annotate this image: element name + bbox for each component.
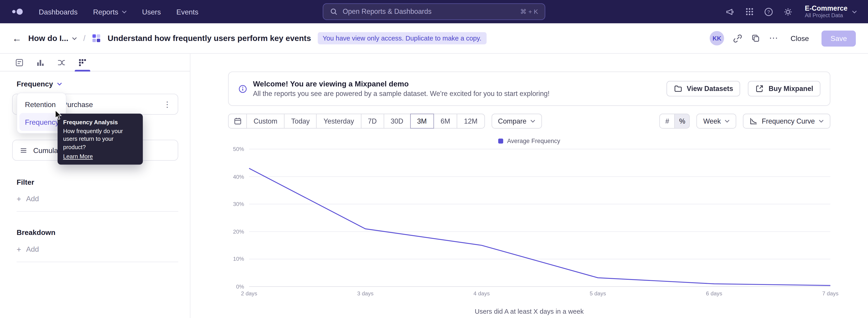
report-board-icon <box>92 34 101 42</box>
chevron-down-icon <box>725 119 730 123</box>
breadcrumb[interactable]: How do I... <box>28 34 76 42</box>
mixpanel-logo-icon[interactable] <box>11 8 24 16</box>
date-range-12m[interactable]: 12M <box>457 114 485 128</box>
view-datasets-button[interactable]: View Datasets <box>666 81 741 97</box>
nav-reports[interactable]: Reports <box>93 7 127 16</box>
top-nav: Dashboards Reports Users Events Open Rep… <box>0 0 868 23</box>
event-name: Purchase <box>63 100 93 108</box>
body: Frequency Purchase ⋮ Cumulative Frequenc… <box>0 54 868 318</box>
compare-button[interactable]: Compare <box>491 114 542 128</box>
nav-events[interactable]: Events <box>176 7 198 16</box>
measure-selector[interactable]: Frequency <box>17 80 190 88</box>
tab-retention[interactable] <box>72 54 93 71</box>
measure-option-retention[interactable]: Retention <box>20 95 64 113</box>
x-axis-label: 2 days <box>241 290 257 296</box>
chart-type-dropdown[interactable]: Frequency Curve <box>743 114 831 128</box>
nav-users[interactable]: Users <box>142 7 161 16</box>
chevron-down-icon <box>819 119 824 123</box>
measure-option-frequency[interactable]: Frequency <box>20 113 64 131</box>
chevron-down-icon <box>72 36 76 41</box>
report-title: Understand how frequently users perform … <box>107 34 311 42</box>
help-icon[interactable]: ? <box>764 6 774 17</box>
date-range-picker: CustomTodayYesterday7D30D3M6M12M <box>228 114 485 128</box>
announcements-icon[interactable] <box>725 6 735 17</box>
date-range-today[interactable]: Today <box>284 114 317 128</box>
breakdown-section: Breakdown + Add <box>17 228 178 262</box>
y-axis-label: 30% <box>233 201 244 207</box>
date-range-6m[interactable]: 6M <box>433 114 457 128</box>
flows-icon <box>57 58 66 67</box>
x-axis-label: 5 days <box>590 290 606 296</box>
date-range-yesterday[interactable]: Yesterday <box>316 114 361 128</box>
y-axis-label: 0% <box>236 284 244 290</box>
external-link-icon <box>755 84 764 93</box>
query-sidebar: Frequency Purchase ⋮ Cumulative Frequenc… <box>0 54 190 318</box>
chart-type-label: Frequency Curve <box>762 117 815 125</box>
nav-label: Events <box>176 7 198 16</box>
y-axis-label: 40% <box>233 174 244 180</box>
mixpanel-app: Dashboards Reports Users Events Open Rep… <box>0 0 868 318</box>
learn-more-link[interactable]: Learn More <box>63 152 93 160</box>
back-button[interactable]: ← <box>12 33 22 43</box>
chart-caption: Users did A at least X days in a week <box>228 308 830 315</box>
duplicate-icon[interactable] <box>751 33 761 43</box>
buy-mixpanel-button[interactable]: Buy Mixpanel <box>748 81 820 97</box>
view-only-badge[interactable]: You have view only access. Duplicate to … <box>318 32 487 45</box>
close-button[interactable]: Close <box>786 31 813 46</box>
banner-body: All the reports you see are powered by a… <box>253 90 550 97</box>
nav-label: Dashboards <box>39 7 78 16</box>
insights-icon <box>15 58 24 67</box>
frequency-chart[interactable]: 0%10%20%30%40%50% <box>228 149 830 287</box>
add-breakdown-button[interactable]: + Add <box>17 245 178 262</box>
chevron-down-icon <box>530 119 535 123</box>
nav-dashboards[interactable]: Dashboards <box>39 7 78 16</box>
y-axis-label: 10% <box>233 256 244 262</box>
date-range-custom[interactable]: Custom <box>246 114 285 128</box>
percentage-values-toggle[interactable]: % <box>675 114 690 128</box>
y-axis: 0%10%20%30%40%50% <box>228 149 249 287</box>
project-selector[interactable]: E-Commerce All Project Data <box>805 4 857 19</box>
x-axis-label: 7 days <box>822 290 838 296</box>
absolute-values-toggle[interactable]: # <box>659 114 675 128</box>
y-axis-label: 50% <box>233 146 244 152</box>
tab-insights[interactable] <box>9 54 30 71</box>
global-search-input[interactable]: Open Reports & Dashboards ⌘ + K <box>323 3 545 20</box>
legend-label: Average Frequency <box>507 137 560 144</box>
screen: Dashboards Reports Users Events Open Rep… <box>0 0 868 318</box>
report-type-tabs <box>0 54 190 71</box>
avatar[interactable]: KK <box>710 31 724 46</box>
calendar-button[interactable] <box>228 114 247 128</box>
tab-flows[interactable] <box>51 54 72 71</box>
settings-gear-icon[interactable] <box>783 6 793 17</box>
date-range-7d[interactable]: 7D <box>361 114 384 128</box>
plus-icon: + <box>17 245 21 253</box>
event-options-button[interactable]: ⋮ <box>163 100 171 108</box>
chart-toolbar: CustomTodayYesterday7D30D3M6M12M Compare… <box>228 114 830 128</box>
calendar-icon <box>233 117 242 125</box>
date-range-3m[interactable]: 3M <box>410 114 434 128</box>
apps-grid-icon[interactable] <box>745 6 754 17</box>
share-link-icon[interactable] <box>733 33 742 43</box>
funnels-icon <box>36 58 45 67</box>
save-button[interactable]: Save <box>822 30 856 46</box>
nav-label: Users <box>142 7 161 16</box>
button-label: Buy Mixpanel <box>769 85 813 93</box>
more-options-button[interactable]: ⋯ <box>769 34 778 42</box>
project-scope: All Project Data <box>805 12 848 19</box>
plus-icon: + <box>17 195 21 203</box>
svg-text:?: ? <box>768 9 770 14</box>
add-filter-button[interactable]: + Add <box>17 195 178 212</box>
interval-dropdown[interactable]: Week <box>697 114 737 128</box>
report-main: Welcome! You are viewing a Mixpanel demo… <box>190 54 868 318</box>
breadcrumb-label: How do I... <box>28 34 68 42</box>
date-range-30d[interactable]: 30D <box>383 114 410 128</box>
x-axis-label: 3 days <box>357 290 373 296</box>
plot-area <box>249 149 830 287</box>
x-axis: 2 days3 days4 days5 days6 days7 days <box>249 290 830 298</box>
tab-funnels[interactable] <box>30 54 51 71</box>
chevron-down-icon <box>852 9 857 14</box>
menu-lines-icon <box>20 146 28 154</box>
nav-label: Reports <box>93 7 119 16</box>
tooltip-body: How frequently do your users return to y… <box>63 127 137 150</box>
top-nav-right: ? E-Commerce All Project Data <box>725 4 857 19</box>
